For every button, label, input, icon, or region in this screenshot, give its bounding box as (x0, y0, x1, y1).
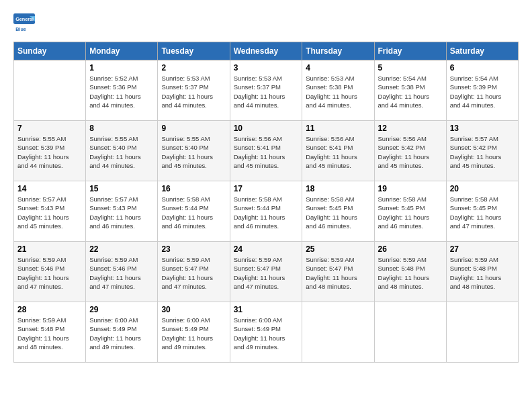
day-info: Sunrise: 5:59 AM Sunset: 5:48 PM Dayligh… (450, 255, 515, 291)
day-info: Sunrise: 5:57 AM Sunset: 5:43 PM Dayligh… (17, 195, 82, 230)
day-number: 5 (378, 63, 443, 73)
day-header-thursday: Thursday (302, 42, 374, 60)
day-header-wednesday: Wednesday (230, 42, 302, 60)
calendar-cell: 9Sunrise: 5:55 AM Sunset: 5:40 PM Daylig… (158, 121, 230, 181)
calendar-cell (446, 302, 518, 363)
day-info: Sunrise: 5:53 AM Sunset: 5:37 PM Dayligh… (234, 74, 299, 109)
week-row-2: 7Sunrise: 5:55 AM Sunset: 5:39 PM Daylig… (14, 121, 519, 181)
day-info: Sunrise: 5:55 AM Sunset: 5:40 PM Dayligh… (89, 134, 154, 170)
calendar-cell: 24Sunrise: 5:59 AM Sunset: 5:47 PM Dayli… (230, 242, 302, 302)
calendar-cell: 16Sunrise: 5:58 AM Sunset: 5:44 PM Dayli… (158, 181, 230, 242)
day-header-friday: Friday (374, 42, 446, 60)
week-row-5: 28Sunrise: 5:59 AM Sunset: 5:48 PM Dayli… (14, 302, 519, 363)
day-info: Sunrise: 5:55 AM Sunset: 5:39 PM Dayligh… (17, 134, 82, 170)
day-number: 26 (378, 244, 443, 254)
week-row-1: 1Sunrise: 5:52 AM Sunset: 5:36 PM Daylig… (14, 60, 519, 121)
calendar-cell (374, 302, 446, 363)
calendar-cell: 11Sunrise: 5:56 AM Sunset: 5:41 PM Dayli… (302, 121, 374, 181)
calendar-cell: 31Sunrise: 6:00 AM Sunset: 5:49 PM Dayli… (230, 302, 302, 363)
calendar-cell: 30Sunrise: 6:00 AM Sunset: 5:49 PM Dayli… (158, 302, 230, 363)
calendar-cell: 1Sunrise: 5:52 AM Sunset: 5:36 PM Daylig… (86, 60, 158, 121)
calendar-cell: 6Sunrise: 5:54 AM Sunset: 5:39 PM Daylig… (446, 60, 518, 121)
day-number: 29 (89, 305, 154, 314)
calendar-cell: 22Sunrise: 5:59 AM Sunset: 5:46 PM Dayli… (86, 242, 158, 302)
calendar-cell: 8Sunrise: 5:55 AM Sunset: 5:40 PM Daylig… (86, 121, 158, 181)
svg-text:General: General (15, 16, 34, 22)
day-info: Sunrise: 5:59 AM Sunset: 5:48 PM Dayligh… (378, 255, 443, 291)
day-number: 4 (306, 63, 370, 73)
day-number: 8 (89, 124, 154, 133)
calendar-cell: 12Sunrise: 5:56 AM Sunset: 5:42 PM Dayli… (374, 121, 446, 181)
day-info: Sunrise: 5:58 AM Sunset: 5:44 PM Dayligh… (234, 195, 299, 230)
day-number: 21 (17, 244, 82, 254)
day-info: Sunrise: 5:55 AM Sunset: 5:40 PM Dayligh… (161, 134, 226, 170)
day-number: 31 (234, 305, 299, 314)
day-number: 30 (161, 305, 226, 314)
day-info: Sunrise: 6:00 AM Sunset: 5:49 PM Dayligh… (234, 316, 299, 351)
calendar-cell (302, 302, 374, 363)
calendar-cell: 23Sunrise: 5:59 AM Sunset: 5:47 PM Dayli… (158, 242, 230, 302)
calendar-cell: 25Sunrise: 5:59 AM Sunset: 5:47 PM Dayli… (302, 242, 374, 302)
day-number: 13 (450, 124, 515, 133)
page-header: General Blue (13, 13, 519, 35)
days-header-row: SundayMondayTuesdayWednesdayThursdayFrid… (14, 42, 519, 60)
calendar-table: SundayMondayTuesdayWednesdayThursdayFrid… (13, 42, 519, 363)
week-row-3: 14Sunrise: 5:57 AM Sunset: 5:43 PM Dayli… (14, 181, 519, 242)
calendar-cell: 21Sunrise: 5:59 AM Sunset: 5:46 PM Dayli… (14, 242, 86, 302)
day-info: Sunrise: 5:56 AM Sunset: 5:41 PM Dayligh… (234, 134, 299, 170)
day-number: 12 (378, 124, 443, 133)
day-info: Sunrise: 5:59 AM Sunset: 5:46 PM Dayligh… (89, 255, 154, 291)
day-number: 10 (234, 124, 299, 133)
day-info: Sunrise: 5:54 AM Sunset: 5:38 PM Dayligh… (378, 74, 443, 109)
day-info: Sunrise: 5:59 AM Sunset: 5:47 PM Dayligh… (161, 255, 226, 291)
day-number: 6 (450, 63, 515, 73)
day-number: 22 (89, 244, 154, 254)
day-number: 23 (161, 244, 226, 254)
day-info: Sunrise: 5:54 AM Sunset: 5:39 PM Dayligh… (450, 74, 515, 109)
calendar-cell: 7Sunrise: 5:55 AM Sunset: 5:39 PM Daylig… (14, 121, 86, 181)
day-number: 17 (234, 184, 299, 193)
day-info: Sunrise: 5:59 AM Sunset: 5:48 PM Dayligh… (17, 316, 82, 351)
calendar-cell: 27Sunrise: 5:59 AM Sunset: 5:48 PM Dayli… (446, 242, 518, 302)
day-info: Sunrise: 5:56 AM Sunset: 5:41 PM Dayligh… (306, 134, 370, 170)
day-number: 25 (306, 244, 370, 254)
day-number: 11 (306, 124, 370, 133)
day-number: 1 (89, 63, 154, 73)
calendar-cell: 2Sunrise: 5:53 AM Sunset: 5:37 PM Daylig… (158, 60, 230, 121)
day-info: Sunrise: 5:52 AM Sunset: 5:36 PM Dayligh… (89, 74, 154, 109)
calendar-cell: 13Sunrise: 5:57 AM Sunset: 5:42 PM Dayli… (446, 121, 518, 181)
svg-text:Blue: Blue (15, 26, 26, 32)
calendar-cell: 10Sunrise: 5:56 AM Sunset: 5:41 PM Dayli… (230, 121, 302, 181)
logo-icon: General Blue (13, 13, 35, 35)
day-number: 28 (17, 305, 82, 314)
calendar-cell: 29Sunrise: 6:00 AM Sunset: 5:49 PM Dayli… (86, 302, 158, 363)
calendar-cell: 15Sunrise: 5:57 AM Sunset: 5:43 PM Dayli… (86, 181, 158, 242)
day-info: Sunrise: 5:58 AM Sunset: 5:45 PM Dayligh… (306, 195, 370, 230)
week-row-4: 21Sunrise: 5:59 AM Sunset: 5:46 PM Dayli… (14, 242, 519, 302)
calendar-cell: 4Sunrise: 5:53 AM Sunset: 5:38 PM Daylig… (302, 60, 374, 121)
calendar-cell (14, 60, 86, 121)
day-info: Sunrise: 5:59 AM Sunset: 5:46 PM Dayligh… (17, 255, 82, 291)
day-info: Sunrise: 5:59 AM Sunset: 5:47 PM Dayligh… (234, 255, 299, 291)
calendar-cell: 19Sunrise: 5:58 AM Sunset: 5:45 PM Dayli… (374, 181, 446, 242)
day-number: 16 (161, 184, 226, 193)
day-number: 24 (234, 244, 299, 254)
day-info: Sunrise: 5:53 AM Sunset: 5:38 PM Dayligh… (306, 74, 370, 109)
day-header-sunday: Sunday (14, 42, 86, 60)
day-info: Sunrise: 5:53 AM Sunset: 5:37 PM Dayligh… (161, 74, 226, 109)
day-number: 27 (450, 244, 515, 254)
day-info: Sunrise: 5:57 AM Sunset: 5:43 PM Dayligh… (89, 195, 154, 230)
day-number: 18 (306, 184, 370, 193)
calendar-cell: 14Sunrise: 5:57 AM Sunset: 5:43 PM Dayli… (14, 181, 86, 242)
calendar-cell: 28Sunrise: 5:59 AM Sunset: 5:48 PM Dayli… (14, 302, 86, 363)
day-header-tuesday: Tuesday (158, 42, 230, 60)
day-info: Sunrise: 5:59 AM Sunset: 5:47 PM Dayligh… (306, 255, 370, 291)
logo: General Blue (13, 13, 38, 35)
calendar-cell: 3Sunrise: 5:53 AM Sunset: 5:37 PM Daylig… (230, 60, 302, 121)
day-info: Sunrise: 5:56 AM Sunset: 5:42 PM Dayligh… (378, 134, 443, 170)
day-number: 19 (378, 184, 443, 193)
calendar-cell: 5Sunrise: 5:54 AM Sunset: 5:38 PM Daylig… (374, 60, 446, 121)
day-number: 7 (17, 124, 82, 133)
day-number: 20 (450, 184, 515, 193)
day-info: Sunrise: 5:58 AM Sunset: 5:44 PM Dayligh… (161, 195, 226, 230)
